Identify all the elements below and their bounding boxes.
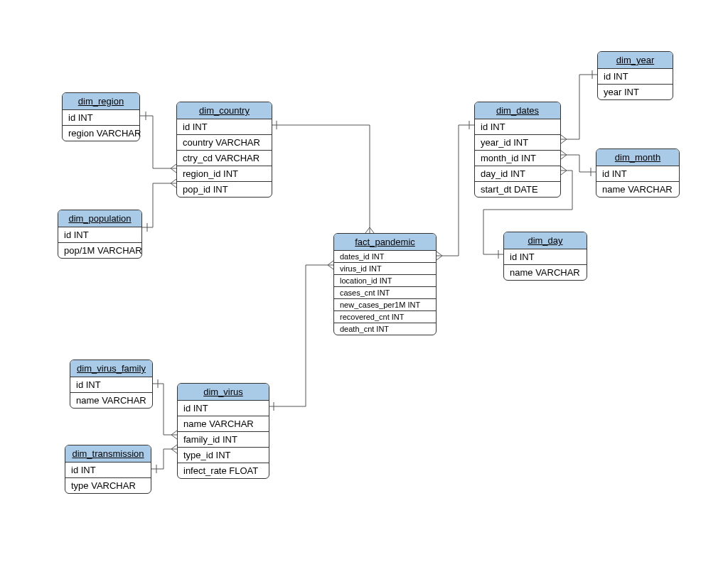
entity-column: pop/1M VARCHAR <box>58 243 141 258</box>
entity-column: id INT <box>70 377 152 393</box>
entity-column: pop_id INT <box>177 182 272 197</box>
svg-line-8 <box>370 227 374 233</box>
entity-column: country VARCHAR <box>177 135 272 151</box>
entity-title: dim_year <box>598 52 673 69</box>
entity-column: month_id INT <box>475 151 560 166</box>
svg-line-10 <box>328 261 333 265</box>
entity-title: dim_day <box>504 232 587 249</box>
entity-dim-day[interactable]: dim_day id INT name VARCHAR <box>503 232 587 281</box>
svg-line-17 <box>171 449 177 453</box>
entity-title: dim_month <box>596 149 679 166</box>
entity-column: id INT <box>63 110 139 126</box>
entity-title: dim_region <box>63 93 139 110</box>
svg-line-11 <box>328 265 333 269</box>
svg-line-21 <box>561 135 567 139</box>
entity-column: id INT <box>504 249 587 265</box>
entity-column: location_id INT <box>334 275 436 287</box>
svg-line-7 <box>365 227 370 233</box>
entity-column: type VARCHAR <box>65 478 151 493</box>
entity-dim-dates[interactable]: dim_dates id INT year_id INT month_id IN… <box>474 102 561 198</box>
entity-column: name VARCHAR <box>70 393 152 408</box>
svg-line-27 <box>561 166 567 171</box>
entity-column: day_id INT <box>475 166 560 182</box>
entity-title: dim_country <box>177 102 272 119</box>
entity-dim-country[interactable]: dim_country id INT country VARCHAR ctry_… <box>176 102 272 198</box>
entity-column: type_id INT <box>178 448 269 463</box>
entity-dim-year[interactable]: dim_year id INT year INT <box>597 51 673 100</box>
entity-column: year INT <box>598 85 673 99</box>
entity-column: region VARCHAR <box>63 126 139 141</box>
entity-dim-population[interactable]: dim_population id INT pop/1M VARCHAR <box>58 210 142 259</box>
entity-fact-pandemic[interactable]: fact_pandemic dates_id INT virus_id INT … <box>333 233 437 335</box>
svg-line-1 <box>171 164 176 168</box>
entity-dim-region[interactable]: dim_region id INT region VARCHAR <box>62 92 140 141</box>
entity-dim-month[interactable]: dim_month id INT name VARCHAR <box>596 148 680 198</box>
svg-line-25 <box>561 155 567 159</box>
entity-column: name VARCHAR <box>178 416 269 432</box>
entity-column: dates_id INT <box>334 251 436 263</box>
entity-column: region_id INT <box>177 166 272 182</box>
entity-title: dim_virus_family <box>70 360 152 377</box>
entity-title: fact_pandemic <box>334 234 436 251</box>
entity-column: id INT <box>178 401 269 416</box>
svg-line-18 <box>437 252 442 256</box>
entity-dim-transmission[interactable]: dim_transmission id INT type VARCHAR <box>65 445 151 494</box>
entity-column: virus_id INT <box>334 263 436 275</box>
svg-line-14 <box>171 435 177 439</box>
entity-column: id INT <box>596 166 679 182</box>
entity-dim-virus[interactable]: dim_virus id INT name VARCHAR family_id … <box>177 383 269 479</box>
entity-column: infect_rate FLOAT <box>178 463 269 478</box>
svg-line-19 <box>437 256 442 260</box>
svg-line-13 <box>171 431 177 435</box>
entity-column: family_id INT <box>178 432 269 448</box>
entity-dim-virus-family[interactable]: dim_virus_family id INT name VARCHAR <box>70 360 153 409</box>
entity-column: year_id INT <box>475 135 560 151</box>
entity-title: dim_dates <box>475 102 560 119</box>
svg-line-24 <box>561 151 567 155</box>
entity-column: id INT <box>177 119 272 135</box>
entity-column: death_cnt INT <box>334 323 436 335</box>
svg-line-16 <box>171 445 177 449</box>
entity-column: name VARCHAR <box>596 182 679 197</box>
entity-column: name VARCHAR <box>504 265 587 280</box>
entity-column: id INT <box>475 119 560 135</box>
entity-title: dim_population <box>58 210 141 227</box>
entity-column: recovered_cnt INT <box>334 311 436 323</box>
entity-column: ctry_cd VARCHAR <box>177 151 272 166</box>
svg-line-2 <box>171 168 176 173</box>
entity-column: new_cases_per1M INT <box>334 299 436 311</box>
svg-line-4 <box>171 179 176 183</box>
svg-line-5 <box>171 183 176 188</box>
svg-line-22 <box>561 139 567 144</box>
entity-column: id INT <box>58 227 141 243</box>
entity-title: dim_virus <box>178 384 269 401</box>
entity-column: id INT <box>598 69 673 85</box>
svg-line-28 <box>561 171 567 175</box>
entity-column: id INT <box>65 463 151 478</box>
entity-title: dim_transmission <box>65 445 151 463</box>
entity-column: cases_cnt INT <box>334 287 436 299</box>
entity-column: start_dt DATE <box>475 182 560 197</box>
